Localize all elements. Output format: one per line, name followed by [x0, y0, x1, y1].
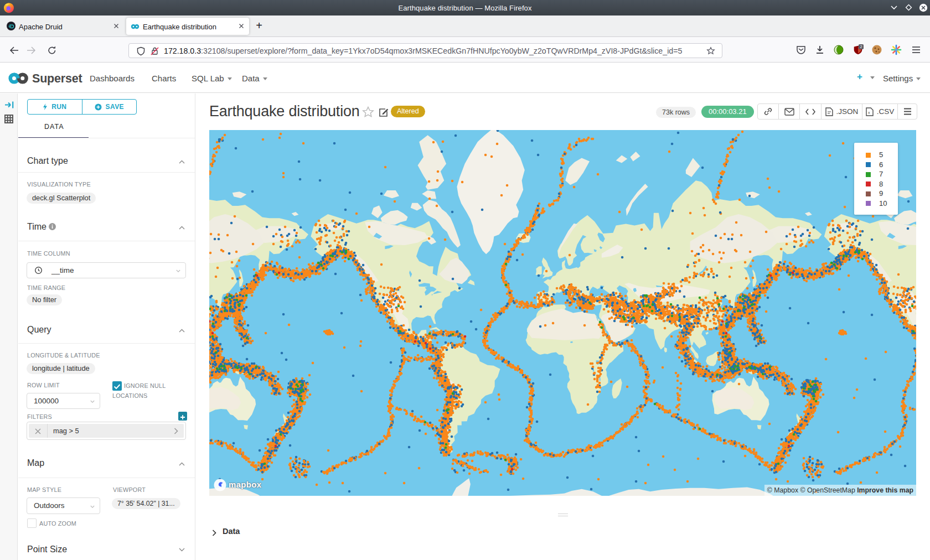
svg-text:2: 2 — [860, 44, 862, 49]
svg-text:x: x — [868, 111, 870, 115]
